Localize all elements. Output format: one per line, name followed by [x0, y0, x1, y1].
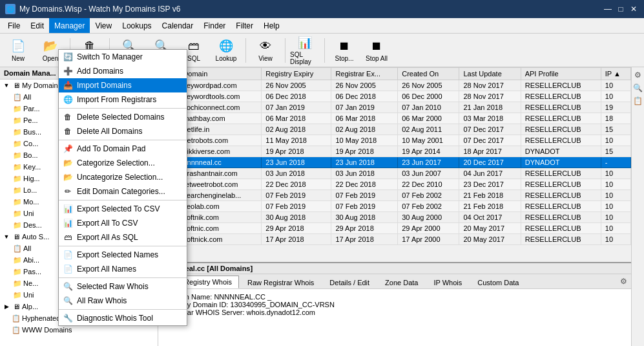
hyphenated-icon: 📋	[12, 314, 21, 323]
whois-line-3: Registrar WHOIS Server: whois.dynadot12.…	[165, 308, 625, 316]
menu-edit[interactable]: Edit	[25, 18, 49, 33]
menu-switch-to-manager[interactable]: 🔄 Switch To Manager	[59, 50, 187, 64]
menu-finder[interactable]: Finder	[198, 18, 231, 33]
table-row[interactable]: 30prashantnair.com03 Jun 201803 Jun 2018…	[159, 168, 631, 179]
import-registrars-icon: 🌐	[63, 94, 73, 105]
menu-manager[interactable]: Manager	[49, 18, 90, 33]
pe-label: Pe...	[23, 116, 38, 124]
toolbar-sep-3	[245, 38, 246, 63]
tab-zone-data[interactable]: Zone Data	[378, 276, 425, 288]
expand-alp[interactable]: ▶	[3, 303, 10, 310]
uncategorize-label: Uncategorize Selection...	[77, 173, 163, 182]
table-row[interactable]: 34softnik.com30 Aug 201830 Aug 201830 Au…	[159, 212, 631, 223]
menu-add-to-domain-pad[interactable]: 📌 Add To Domain Pad	[59, 142, 187, 156]
toolbar-sql-display-label: SQL Display	[290, 51, 320, 65]
window-controls[interactable]: — □ ✕	[603, 4, 639, 14]
alp-icon: 🖥	[12, 302, 21, 311]
col-ip[interactable]: IP ▲	[601, 68, 630, 80]
toolbar-sep-4	[285, 38, 286, 63]
hig-icon: 📁	[13, 174, 22, 183]
right-icon-1[interactable]: ⚙	[633, 70, 643, 80]
menu-file[interactable]: File	[3, 18, 25, 33]
expand-hyphenated[interactable]	[3, 315, 10, 321]
menu-export-selected-csv[interactable]: 📊 Export Selected To CSV	[59, 202, 187, 216]
switch-manager-label: Switch To Manager	[77, 52, 143, 61]
maximize-button[interactable]: □	[616, 4, 626, 14]
menu-export-all-names[interactable]: 📄 Export All Names	[59, 262, 187, 276]
menu-edit-categories[interactable]: ✏ Edit Domain Categories...	[59, 184, 187, 199]
tab-custom-data[interactable]: Custom Data	[470, 276, 526, 288]
col-domain[interactable]: Domain	[179, 68, 262, 80]
table-row[interactable]: 24kochiconnect.com07 Jan 201907 Jan 2019…	[159, 102, 631, 113]
table-row[interactable]: 23keywordtools.com06 Dec 201806 Dec 2018…	[159, 91, 631, 102]
ne-label: Ne...	[23, 279, 38, 287]
right-icon-3[interactable]: 📋	[633, 96, 643, 106]
menu-help[interactable]: Help	[258, 18, 285, 33]
tab-ip-whois[interactable]: IP Whois	[426, 276, 469, 288]
menu-sep-4	[59, 246, 187, 246]
menu-export-all-sql[interactable]: 🗃 Export All As SQL	[59, 230, 187, 244]
table-row[interactable]: 25mathbay.com06 Mar 201806 Mar 201806 Ma…	[159, 113, 631, 124]
menu-calendar[interactable]: Calendar	[157, 18, 199, 33]
menu-all-raw-whois[interactable]: 🔍 All Raw Whois	[59, 294, 187, 308]
menu-lookups[interactable]: Lookups	[117, 18, 156, 33]
delete-all-label: Delete All Domains	[77, 127, 142, 136]
menu-export-all-csv[interactable]: 📊 Export All To CSV	[59, 216, 187, 230]
table-row[interactable]: 28nikkiverse.com19 Apr 201819 Apr 201819…	[159, 146, 631, 157]
menu-add-domains[interactable]: ➕ Add Domains	[59, 64, 187, 78]
expand-www[interactable]	[3, 327, 10, 333]
toolbar-stop[interactable]: ⏹ Stop...	[329, 36, 360, 65]
menu-delete-selected[interactable]: 🗑 Delete Selected Domains	[59, 110, 187, 124]
app-title: My Domains.Wisp - Watch My Domains ISP v…	[19, 5, 180, 14]
menu-categorize-selection[interactable]: 📂 Categorize Selection...	[59, 156, 187, 170]
toolbar-new[interactable]: 📄 New	[3, 36, 34, 65]
table-row[interactable]: 33seolab.com07 Feb 201907 Feb 201907 Feb…	[159, 201, 631, 212]
menu-uncategorize-selection[interactable]: 📂 Uncategorize Selection...	[59, 170, 187, 184]
ne-icon: 📁	[13, 279, 22, 288]
par-icon: 📁	[13, 104, 22, 113]
menu-filter[interactable]: Filter	[231, 18, 258, 33]
autos-all-label: All	[23, 244, 31, 252]
toolbar-view[interactable]: 👁 View	[250, 36, 281, 65]
menu-sep-5	[59, 277, 187, 278]
pe-icon: 📁	[13, 116, 22, 125]
menu-selected-raw-whois[interactable]: 🔍 Selected Raw Whois	[59, 279, 187, 294]
toolbar-new-label: New	[12, 55, 25, 62]
col-registry-expiry[interactable]: Registry Expiry	[262, 68, 331, 80]
add-domains-icon: ➕	[63, 66, 73, 76]
expand-mydomains[interactable]: ▼	[3, 82, 10, 89]
table-row[interactable]: 31retweetrobot.com22 Dec 201822 Dec 2018…	[159, 179, 631, 190]
table-row[interactable]: 36softnick.com17 Apr 201817 Apr 201817 A…	[159, 234, 631, 245]
table-row[interactable]: 29nnnnneal.cc23 Jun 201823 Jun 201823 Ju…	[159, 157, 631, 168]
menu-sep-2	[59, 140, 187, 140]
table-row[interactable]: 22keywordpad.com26 Nov 200526 Nov 200526…	[159, 80, 631, 91]
menu-diagnostic-whois[interactable]: 🔧 Diagnostic Whois Tool	[59, 311, 187, 325]
menu-import-domains[interactable]: 📥 Import Domains	[59, 78, 187, 92]
toolbar-lookup[interactable]: 🌐 Lookup	[211, 36, 242, 65]
tab-raw-registrar-whois[interactable]: Raw Registrar Whois	[240, 276, 321, 288]
settings-icon[interactable]: ⚙	[618, 276, 628, 287]
menu-export-selected-names[interactable]: 📄 Export Selected Names	[59, 248, 187, 262]
col-api-profile[interactable]: API Profile	[521, 68, 601, 80]
minimize-button[interactable]: —	[603, 4, 613, 14]
par-label: Par...	[23, 105, 40, 113]
toolbar-sql-display[interactable]: 📊 SQL Display	[289, 36, 320, 65]
export-sel-names-label: Export Selected Names	[77, 250, 158, 259]
right-icon-2[interactable]: 🔍	[633, 83, 643, 93]
toolbar-stop-all[interactable]: ⏹ Stop All	[361, 36, 392, 65]
col-registrar-expiry[interactable]: Registrar Ex...	[331, 68, 398, 80]
menu-delete-all[interactable]: 🗑 Delete All Domains	[59, 124, 187, 138]
menu-view[interactable]: View	[90, 18, 117, 33]
table-row[interactable]: 32searchenginelab...07 Feb 201907 Feb 20…	[159, 190, 631, 201]
table-row[interactable]: 35softnic.com29 Apr 201829 Apr 201829 Ap…	[159, 223, 631, 234]
whois-line-2: Registry Domain ID: 130340995_DOMAIN_CC-…	[165, 301, 625, 308]
domain-table-container[interactable]: Domain Registry Expiry Registrar Ex... C…	[158, 67, 631, 262]
expand-autos[interactable]: ▼	[3, 233, 10, 240]
col-created-on[interactable]: Created On	[398, 68, 459, 80]
close-button[interactable]: ✕	[628, 4, 639, 14]
menu-import-from-registrars[interactable]: 🌐 Import From Registrars	[59, 92, 187, 107]
col-last-update[interactable]: Last Update	[459, 68, 521, 80]
table-row[interactable]: 27netrobots.com11 May 201810 May 201810 …	[159, 135, 631, 146]
table-row[interactable]: 26netlife.in02 Aug 201802 Aug 201802 Aug…	[159, 124, 631, 135]
tab-details-edit[interactable]: Details / Edit	[322, 276, 377, 288]
